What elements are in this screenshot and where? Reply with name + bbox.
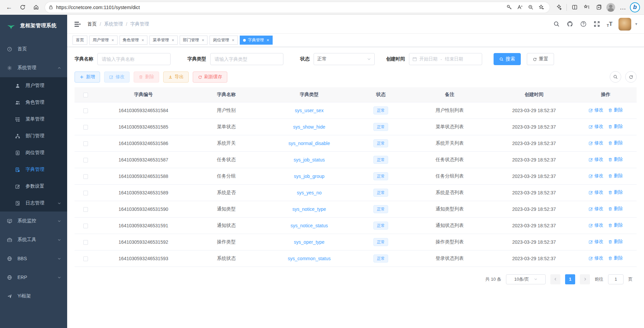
sidebar-item-岗位管理[interactable]: 岗位管理 bbox=[0, 144, 67, 161]
breadcrumb-system[interactable]: 系统管理 bbox=[104, 21, 123, 27]
toggle-search-icon[interactable] bbox=[610, 71, 621, 83]
export-button[interactable]: 导出 bbox=[163, 72, 189, 83]
status-select[interactable]: 正常 bbox=[314, 53, 375, 65]
sidebar-toggle-icon[interactable] bbox=[73, 20, 82, 29]
dict-type-input[interactable] bbox=[210, 53, 283, 65]
sidebar-item-BBS[interactable]: BBS bbox=[0, 249, 67, 268]
dict-type-link[interactable]: sys_job_group bbox=[294, 174, 324, 179]
sidebar-item-ERP[interactable]: ERP bbox=[0, 268, 67, 287]
split-screen-icon[interactable] bbox=[569, 2, 580, 13]
tab-用户管理[interactable]: 用户管理× bbox=[89, 36, 118, 45]
breadcrumb-home[interactable]: 首页 bbox=[87, 21, 97, 27]
dict-type-link[interactable]: sys_notice_status bbox=[290, 223, 328, 228]
refresh-cache-button[interactable]: 刷新缓存 bbox=[193, 72, 227, 83]
row-delete-button[interactable]: 删除 bbox=[608, 140, 623, 146]
sidebar-item-参数设置[interactable]: 参数设置 bbox=[0, 178, 67, 195]
row-delete-button[interactable]: 删除 bbox=[608, 239, 623, 245]
row-checkbox[interactable] bbox=[83, 108, 88, 113]
favorite-add-icon[interactable] bbox=[536, 2, 546, 12]
row-edit-button[interactable]: 修改 bbox=[589, 173, 603, 179]
page-number-1[interactable]: 1 bbox=[565, 274, 575, 284]
row-delete-button[interactable]: 删除 bbox=[608, 124, 623, 130]
help-icon[interactable] bbox=[580, 20, 587, 28]
row-edit-button[interactable]: 修改 bbox=[589, 255, 603, 261]
bing-copilot-icon[interactable]: b bbox=[629, 2, 641, 13]
row-delete-button[interactable]: 删除 bbox=[608, 107, 623, 113]
row-checkbox[interactable] bbox=[83, 174, 88, 179]
address-bar[interactable]: https://ccnetcore.com:1101/system/dict bbox=[45, 2, 550, 13]
browser-back-icon[interactable]: ← bbox=[3, 2, 15, 13]
dict-type-link[interactable]: sys_normal_disable bbox=[288, 141, 330, 146]
tab-角色管理[interactable]: 角色管理× bbox=[120, 36, 148, 45]
tab-close-icon[interactable]: × bbox=[267, 38, 269, 43]
sidebar-item-菜单管理[interactable]: 菜单管理 bbox=[0, 111, 67, 128]
row-edit-button[interactable]: 修改 bbox=[589, 239, 603, 245]
tab-close-icon[interactable]: × bbox=[232, 38, 234, 43]
row-delete-button[interactable]: 删除 bbox=[608, 173, 623, 179]
tab-close-icon[interactable]: × bbox=[111, 38, 114, 43]
collections-icon[interactable] bbox=[593, 2, 604, 13]
delete-button[interactable]: 删除 bbox=[134, 72, 159, 83]
read-aloud-icon[interactable] bbox=[515, 2, 525, 12]
row-checkbox[interactable] bbox=[83, 256, 88, 261]
browser-essentials-icon[interactable] bbox=[553, 2, 564, 13]
refresh-table-icon[interactable] bbox=[625, 71, 637, 83]
row-edit-button[interactable]: 修改 bbox=[589, 206, 603, 212]
row-checkbox[interactable] bbox=[83, 158, 88, 162]
tab-close-icon[interactable]: × bbox=[172, 38, 174, 43]
url-text[interactable]: https://ccnetcore.com:1101/system/dict bbox=[56, 5, 501, 10]
tab-岗位管理[interactable]: 岗位管理× bbox=[210, 36, 238, 45]
row-delete-button[interactable]: 删除 bbox=[608, 222, 623, 228]
browser-refresh-icon[interactable] bbox=[17, 2, 28, 13]
fullscreen-icon[interactable] bbox=[593, 20, 601, 28]
browser-home-icon[interactable] bbox=[30, 2, 42, 13]
sidebar-item-Yi框架[interactable]: Yi框架 bbox=[0, 287, 67, 306]
edit-button[interactable]: 修改 bbox=[104, 72, 130, 83]
row-edit-button[interactable]: 修改 bbox=[589, 222, 603, 228]
sidebar-item-系统管理[interactable]: 系统管理 bbox=[0, 58, 67, 77]
sidebar-item-系统工具[interactable]: 系统工具 bbox=[0, 230, 67, 249]
date-range-picker[interactable]: 开始日期 - 结束日期 bbox=[409, 53, 482, 65]
row-checkbox[interactable] bbox=[83, 141, 88, 146]
github-icon[interactable] bbox=[566, 20, 574, 28]
browser-menu-icon[interactable]: … bbox=[617, 2, 629, 13]
header-search-icon[interactable] bbox=[553, 20, 560, 28]
row-delete-button[interactable]: 删除 bbox=[608, 189, 623, 195]
font-size-icon[interactable]: TT bbox=[607, 21, 612, 28]
reset-button[interactable]: 重置 bbox=[527, 53, 554, 65]
browser-profile-icon[interactable] bbox=[605, 2, 616, 13]
sidebar-item-字典管理[interactable]: 字典管理 bbox=[0, 161, 67, 178]
search-button[interactable]: 搜索 bbox=[494, 53, 521, 65]
row-edit-button[interactable]: 修改 bbox=[589, 189, 603, 195]
add-button[interactable]: 新增 bbox=[75, 72, 100, 83]
sidebar-item-首页[interactable]: 首页 bbox=[0, 40, 67, 58]
tab-字典管理[interactable]: 字典管理× bbox=[240, 36, 273, 45]
prev-page-icon[interactable] bbox=[550, 274, 560, 284]
goto-page-input[interactable] bbox=[608, 274, 624, 284]
row-delete-button[interactable]: 删除 bbox=[608, 206, 623, 212]
user-avatar[interactable] bbox=[618, 18, 631, 31]
dict-type-link[interactable]: sys_job_status bbox=[294, 157, 325, 162]
sidebar-item-日志管理[interactable]: 日志管理 bbox=[0, 195, 67, 212]
row-checkbox[interactable] bbox=[83, 207, 88, 212]
dict-type-link[interactable]: sys_user_sex bbox=[295, 108, 324, 113]
sidebar-item-部门管理[interactable]: 部门管理 bbox=[0, 128, 67, 144]
select-all-checkbox[interactable] bbox=[83, 93, 88, 97]
tab-部门管理[interactable]: 部门管理× bbox=[180, 36, 208, 45]
row-edit-button[interactable]: 修改 bbox=[589, 107, 603, 113]
tab-首页[interactable]: 首页 bbox=[73, 36, 87, 45]
tab-close-icon[interactable]: × bbox=[202, 38, 204, 43]
row-checkbox[interactable] bbox=[83, 191, 88, 195]
dict-type-link[interactable]: sys_common_status bbox=[288, 256, 331, 261]
sidebar-item-角色管理[interactable]: 角色管理 bbox=[0, 94, 67, 111]
row-edit-button[interactable]: 修改 bbox=[589, 140, 603, 146]
tab-close-icon[interactable]: × bbox=[142, 38, 144, 43]
row-checkbox[interactable] bbox=[83, 125, 88, 130]
row-checkbox[interactable] bbox=[83, 224, 88, 228]
dict-type-link[interactable]: sys_yes_no bbox=[297, 190, 322, 195]
dict-type-link[interactable]: sys_oper_type bbox=[294, 239, 324, 245]
dict-type-link[interactable]: sys_notice_type bbox=[292, 206, 326, 212]
favorites-bar-icon[interactable] bbox=[581, 2, 592, 13]
row-edit-button[interactable]: 修改 bbox=[589, 156, 603, 162]
row-delete-button[interactable]: 删除 bbox=[608, 255, 623, 261]
